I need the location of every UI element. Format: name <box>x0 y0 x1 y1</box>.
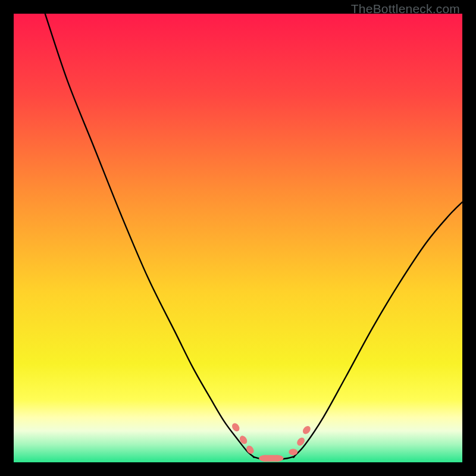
watermark-text: TheBottleneck.com <box>351 2 460 16</box>
svg-point-7 <box>301 424 312 436</box>
marker <box>238 434 249 446</box>
outer-frame: TheBottleneck.com <box>0 0 476 476</box>
svg-point-1 <box>238 434 249 446</box>
bottleneck-curve <box>45 14 462 459</box>
marker <box>289 449 298 455</box>
plot-area <box>14 14 462 462</box>
marker-floor-pill <box>261 455 281 462</box>
svg-point-5 <box>289 449 298 455</box>
chart-svg <box>14 14 462 462</box>
marker <box>301 424 312 436</box>
